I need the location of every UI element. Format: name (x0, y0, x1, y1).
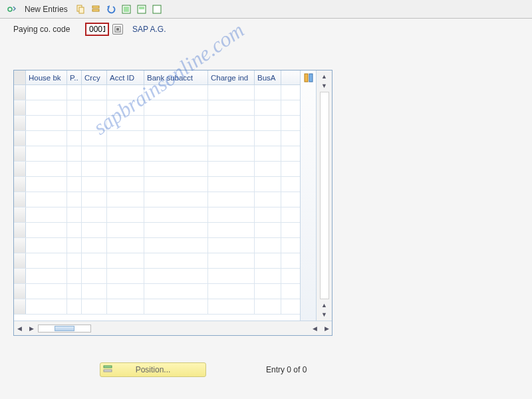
table-cell[interactable] (82, 192, 107, 207)
table-cell[interactable] (14, 192, 26, 207)
table-cell[interactable] (107, 207, 144, 222)
table-cell[interactable] (26, 192, 67, 207)
table-cell[interactable] (107, 146, 144, 161)
table-cell[interactable] (144, 192, 208, 207)
table-row[interactable] (14, 116, 300, 131)
table-cell[interactable] (26, 238, 67, 253)
table-row[interactable] (14, 177, 300, 192)
table-cell[interactable] (255, 253, 281, 268)
table-cell[interactable] (14, 238, 26, 253)
column-busa[interactable]: BusA (255, 70, 281, 84)
scroll-down-step-icon[interactable]: ▼ (319, 81, 330, 90)
table-cell[interactable] (67, 162, 82, 176)
table-cell[interactable] (82, 238, 107, 253)
table-cell[interactable] (107, 299, 144, 314)
table-row[interactable] (14, 253, 300, 269)
table-cell[interactable] (67, 146, 82, 161)
table-cell[interactable] (107, 238, 144, 253)
table-cell[interactable] (26, 100, 67, 115)
toggle-display-change-icon[interactable] (5, 3, 19, 16)
table-cell[interactable] (208, 284, 255, 299)
table-cell[interactable] (67, 192, 82, 207)
table-row[interactable] (14, 223, 300, 238)
table-cell[interactable] (26, 269, 67, 283)
table-cell[interactable] (208, 299, 255, 314)
table-cell[interactable] (107, 177, 144, 192)
table-cell[interactable] (67, 223, 82, 237)
table-cell[interactable] (208, 162, 255, 176)
table-cell[interactable] (14, 177, 26, 192)
table-cell[interactable] (82, 131, 107, 146)
table-cell[interactable] (67, 269, 82, 283)
scroll-left-end-icon[interactable]: ◀ (309, 324, 320, 333)
deselect-all-icon[interactable] (150, 3, 164, 16)
table-row[interactable] (14, 299, 300, 315)
table-cell[interactable] (208, 177, 255, 192)
table-cell[interactable] (14, 299, 26, 314)
scroll-up-step-icon[interactable]: ▲ (319, 301, 330, 310)
table-cell[interactable] (82, 253, 107, 268)
table-cell[interactable] (208, 223, 255, 237)
table-cell[interactable] (82, 299, 107, 314)
table-cell[interactable] (255, 162, 281, 176)
table-cell[interactable] (14, 100, 26, 115)
table-cell[interactable] (14, 116, 26, 130)
table-cell[interactable] (144, 116, 208, 130)
table-row[interactable] (14, 131, 300, 146)
table-cell[interactable] (255, 177, 281, 192)
table-cell[interactable] (107, 85, 144, 100)
table-cell[interactable] (67, 253, 82, 268)
table-cell[interactable] (26, 223, 67, 237)
table-cell[interactable] (144, 253, 208, 268)
delete-icon[interactable] (89, 3, 102, 16)
table-settings-icon[interactable] (303, 72, 315, 84)
table-cell[interactable] (82, 284, 107, 299)
table-cell[interactable] (82, 177, 107, 192)
scroll-right-step-icon[interactable]: ▶ (26, 324, 37, 333)
table-cell[interactable] (14, 85, 26, 100)
table-cell[interactable] (26, 116, 67, 130)
table-cell[interactable] (255, 100, 281, 115)
table-cell[interactable] (208, 253, 255, 268)
scroll-left-icon[interactable]: ◀ (14, 324, 25, 333)
table-cell[interactable] (208, 131, 255, 146)
table-cell[interactable] (107, 253, 144, 268)
search-help-icon[interactable] (112, 24, 123, 35)
table-cell[interactable] (82, 223, 107, 237)
table-cell[interactable] (107, 116, 144, 130)
table-row[interactable] (14, 269, 300, 284)
table-row[interactable] (14, 100, 300, 116)
table-cell[interactable] (82, 269, 107, 283)
table-cell[interactable] (107, 192, 144, 207)
table-cell[interactable] (208, 192, 255, 207)
vscroll-track[interactable] (320, 92, 329, 299)
table-cell[interactable] (67, 100, 82, 115)
table-cell[interactable] (26, 85, 67, 100)
table-cell[interactable] (67, 177, 82, 192)
column-house-bk[interactable]: House bk (26, 70, 67, 84)
table-cell[interactable] (255, 131, 281, 146)
hscroll-track[interactable] (38, 325, 91, 332)
vertical-scrollbar[interactable]: ▲ ▼ ▲ ▼ (316, 70, 332, 321)
table-cell[interactable] (255, 223, 281, 237)
undo-icon[interactable] (104, 3, 118, 16)
table-cell[interactable] (144, 207, 208, 222)
table-cell[interactable] (255, 299, 281, 314)
table-cell[interactable] (26, 299, 67, 314)
table-cell[interactable] (67, 238, 82, 253)
table-cell[interactable] (255, 269, 281, 283)
table-cell[interactable] (107, 223, 144, 237)
table-cell[interactable] (26, 207, 67, 222)
table-cell[interactable] (26, 146, 67, 161)
table-cell[interactable] (144, 162, 208, 176)
table-cell[interactable] (255, 192, 281, 207)
table-cell[interactable] (208, 269, 255, 283)
table-cell[interactable] (255, 284, 281, 299)
table-cell[interactable] (67, 299, 82, 314)
table-cell[interactable] (82, 100, 107, 115)
table-cell[interactable] (82, 85, 107, 100)
table-cell[interactable] (144, 238, 208, 253)
table-cell[interactable] (26, 131, 67, 146)
table-cell[interactable] (26, 162, 67, 176)
table-cell[interactable] (255, 85, 281, 100)
